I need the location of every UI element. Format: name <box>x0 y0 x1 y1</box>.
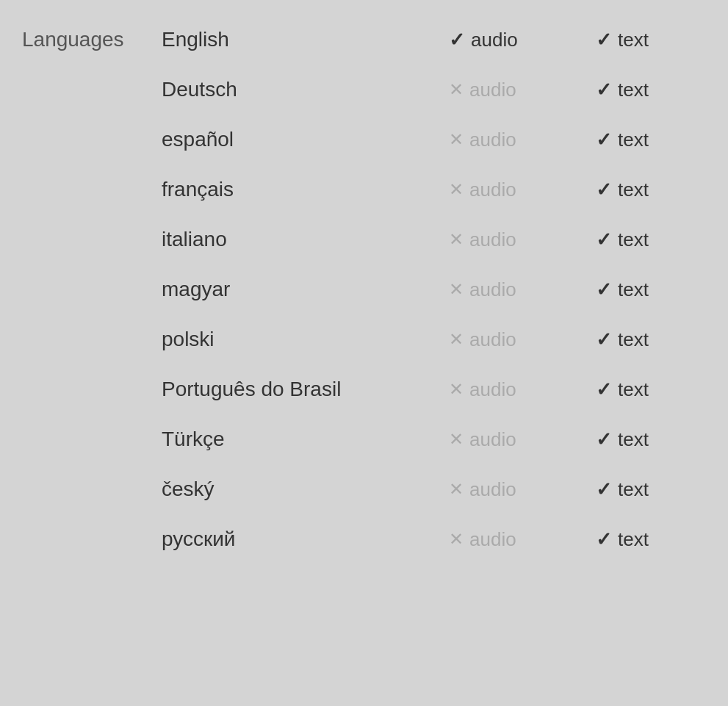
checkmark-icon: ✓ <box>596 129 612 151</box>
audio-label: audio <box>469 129 516 151</box>
checkmark-icon: ✓ <box>596 278 612 301</box>
audio-availability: ✕audio <box>449 278 596 301</box>
text-availability: ✓text <box>596 29 728 51</box>
audio-label: audio <box>469 428 516 451</box>
audio-availability: ✕audio <box>449 428 596 451</box>
language-name: English <box>147 28 449 51</box>
audio-label: audio <box>469 79 516 101</box>
checkmark-icon: ✓ <box>596 478 612 501</box>
text-availability: ✓text <box>596 428 728 451</box>
text-availability: ✓text <box>596 179 728 201</box>
audio-availability: ✕audio <box>449 179 596 201</box>
checkmark-icon: ✓ <box>596 378 612 401</box>
text-availability: ✓text <box>596 129 728 151</box>
text-label: text <box>618 528 649 551</box>
text-availability: ✓text <box>596 528 728 551</box>
audio-label: audio <box>471 29 518 51</box>
text-label: text <box>618 378 649 401</box>
checkmark-icon: ✓ <box>596 29 612 51</box>
language-name: español <box>147 128 449 151</box>
audio-availability: ✕audio <box>449 228 596 251</box>
table-row: italiano✕audio✓text <box>0 215 728 264</box>
language-name: français <box>147 178 449 201</box>
language-name: italiano <box>147 228 449 251</box>
language-name: český <box>147 478 449 501</box>
checkmark-icon: ✓ <box>596 179 612 201</box>
language-name: polski <box>147 328 449 351</box>
text-availability: ✓text <box>596 79 728 101</box>
cross-icon: ✕ <box>449 79 464 100</box>
text-label: text <box>618 79 649 101</box>
language-name: Português do Brasil <box>147 378 449 401</box>
text-availability: ✓text <box>596 478 728 501</box>
audio-availability: ✕audio <box>449 528 596 551</box>
audio-availability: ✕audio <box>449 129 596 151</box>
table-row: LanguagesEnglish✓audio✓text <box>0 15 728 65</box>
audio-label: audio <box>469 228 516 251</box>
checkmark-icon: ✓ <box>449 29 465 51</box>
text-label: text <box>618 129 649 151</box>
cross-icon: ✕ <box>449 379 464 400</box>
text-label: text <box>618 278 649 301</box>
text-availability: ✓text <box>596 328 728 351</box>
text-label: text <box>618 328 649 351</box>
audio-availability: ✕audio <box>449 478 596 501</box>
audio-label: audio <box>469 478 516 501</box>
languages-table: LanguagesEnglish✓audio✓textDeutsch✕audio… <box>0 0 728 579</box>
audio-availability: ✓audio <box>449 29 596 51</box>
text-label: text <box>618 228 649 251</box>
audio-availability: ✕audio <box>449 79 596 101</box>
cross-icon: ✕ <box>449 329 464 350</box>
text-availability: ✓text <box>596 378 728 401</box>
text-label: text <box>618 478 649 501</box>
checkmark-icon: ✓ <box>596 328 612 351</box>
audio-label: audio <box>469 278 516 301</box>
audio-availability: ✕audio <box>449 378 596 401</box>
cross-icon: ✕ <box>449 479 464 500</box>
language-name: magyar <box>147 278 449 301</box>
table-row: český✕audio✓text <box>0 464 728 514</box>
text-availability: ✓text <box>596 228 728 251</box>
cross-icon: ✕ <box>449 129 464 150</box>
text-label: text <box>618 428 649 451</box>
language-name: русский <box>147 527 449 551</box>
audio-label: audio <box>469 328 516 351</box>
checkmark-icon: ✓ <box>596 79 612 101</box>
table-row: Português do Brasil✕audio✓text <box>0 364 728 414</box>
checkmark-icon: ✓ <box>596 528 612 551</box>
audio-label: audio <box>469 378 516 401</box>
cross-icon: ✕ <box>449 529 464 550</box>
checkmark-icon: ✓ <box>596 228 612 251</box>
text-label: text <box>618 179 649 201</box>
cross-icon: ✕ <box>449 429 464 450</box>
text-availability: ✓text <box>596 278 728 301</box>
table-row: русский✕audio✓text <box>0 514 728 564</box>
table-row: magyar✕audio✓text <box>0 264 728 314</box>
cross-icon: ✕ <box>449 229 464 250</box>
table-row: Türkçe✕audio✓text <box>0 414 728 464</box>
table-row: Deutsch✕audio✓text <box>0 65 728 115</box>
cross-icon: ✕ <box>449 179 464 200</box>
text-label: text <box>618 29 649 51</box>
cross-icon: ✕ <box>449 279 464 300</box>
table-row: français✕audio✓text <box>0 165 728 215</box>
section-label: Languages <box>0 28 147 51</box>
language-name: Türkçe <box>147 428 449 451</box>
table-row: polski✕audio✓text <box>0 314 728 364</box>
audio-availability: ✕audio <box>449 328 596 351</box>
audio-label: audio <box>469 179 516 201</box>
table-row: español✕audio✓text <box>0 115 728 165</box>
checkmark-icon: ✓ <box>596 428 612 451</box>
language-name: Deutsch <box>147 78 449 101</box>
audio-label: audio <box>469 528 516 551</box>
